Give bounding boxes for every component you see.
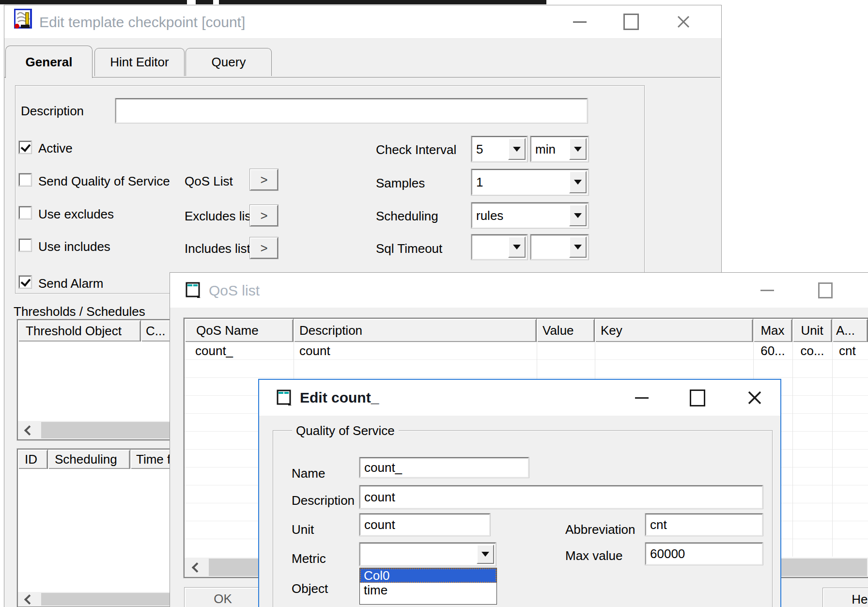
chevron-down-icon [574, 147, 582, 152]
scroll-left-button[interactable] [185, 558, 207, 577]
qos-col-description[interactable]: Description [294, 319, 537, 342]
send-qos-label: Send Quality of Service [38, 174, 170, 189]
metric-combobox[interactable] [359, 543, 496, 566]
metric-option-col0[interactable]: Col0 [360, 568, 496, 583]
tab-query[interactable]: Query [186, 48, 272, 76]
qos-help-button[interactable]: Help [823, 588, 868, 607]
metric-label: Metric [292, 551, 326, 566]
close-button[interactable] [665, 5, 702, 38]
threshold-table-hscrollbar[interactable] [18, 421, 176, 439]
edit-minimize-button[interactable] [620, 380, 664, 416]
edit-count-titlebar[interactable]: Edit count_ [259, 380, 780, 416]
edit-close-button[interactable] [731, 380, 777, 416]
excludes-list-button-label: > [260, 208, 267, 223]
samples-combobox[interactable]: 1 [471, 169, 589, 195]
description-label: Description [21, 104, 84, 119]
excludes-list-button[interactable]: > [250, 205, 278, 226]
qos-minimize-button[interactable] [749, 273, 785, 308]
use-excludes-checkbox[interactable] [19, 206, 31, 219]
qos-list-button[interactable]: > [250, 169, 278, 190]
chevron-down-icon [574, 245, 582, 249]
excludes-list-label: Excludes list [185, 209, 255, 224]
check-interval-unit-dropdown-button[interactable] [569, 138, 587, 160]
tab-panel-border-gap [6, 76, 92, 78]
main-titlebar[interactable]: Edit template checkpoint [count] [4, 5, 721, 39]
app-icon [14, 9, 33, 33]
maximize-icon [690, 389, 705, 406]
metric-dropdown-list: Col0 time [359, 568, 497, 605]
name-input[interactable] [360, 458, 528, 477]
qos-col-abbr[interactable]: A... [832, 319, 868, 342]
qos-window-icon [186, 282, 202, 303]
minimize-icon [760, 290, 774, 291]
qos-window-title: QoS list [209, 282, 260, 299]
sql-timeout-unit-combobox[interactable] [530, 234, 589, 260]
includes-list-button[interactable]: > [250, 237, 278, 259]
metric-option-time[interactable]: time [360, 583, 496, 597]
sql-timeout-dropdown-button[interactable] [508, 236, 526, 258]
qos-maximize-button[interactable] [807, 273, 843, 308]
description-input[interactable] [116, 99, 587, 122]
qos-col-value[interactable]: Value [537, 319, 595, 342]
check-interval-dropdown-button[interactable] [508, 138, 526, 160]
qos-ok-button-label: OK [214, 591, 232, 607]
threshold-table: Threshold Object C... [17, 319, 177, 440]
metric-dropdown-button[interactable] [477, 545, 494, 564]
active-checkbox[interactable] [19, 141, 31, 154]
send-qos-checkbox[interactable] [19, 173, 31, 186]
unit-label: Unit [292, 522, 314, 537]
sql-timeout-combobox[interactable] [471, 234, 527, 260]
qos-col-name[interactable]: QoS Name [185, 319, 294, 342]
scroll-left-button[interactable] [18, 592, 38, 607]
abbreviation-input[interactable] [646, 514, 762, 535]
minimize-button[interactable] [561, 5, 598, 38]
check-interval-value: 5 [476, 141, 483, 156]
scheduling-combobox[interactable]: rules [471, 202, 589, 228]
qos-col-key[interactable]: Key [595, 319, 753, 342]
background-window-edge-gap [213, 0, 219, 4]
chevron-down-icon [574, 213, 582, 218]
edit-maximize-button[interactable] [676, 380, 719, 416]
close-icon [747, 390, 762, 405]
main-window-title: Edit template checkpoint [count] [39, 14, 245, 31]
sql-timeout-unit-dropdown-button[interactable] [569, 236, 587, 258]
scheduling-value: rules [476, 208, 503, 223]
close-icon [677, 15, 690, 29]
unit-input[interactable] [360, 514, 489, 535]
tab-general-label: General [26, 55, 73, 70]
qos-col-unit[interactable]: Unit [792, 319, 832, 342]
send-alarm-checkbox[interactable] [19, 276, 31, 288]
qos-ok-button[interactable]: OK [185, 588, 261, 607]
schedule-table-header-id[interactable]: ID [18, 450, 48, 469]
tab-hint-editor[interactable]: Hint Editor [94, 48, 185, 76]
chevron-down-icon [481, 552, 489, 557]
max-value-input[interactable] [646, 544, 762, 564]
qos-list-button-label: > [260, 172, 267, 187]
samples-dropdown-button[interactable] [569, 171, 587, 193]
send-alarm-label: Send Alarm [38, 276, 103, 291]
tab-general[interactable]: General [5, 46, 93, 78]
threshold-table-header-object[interactable]: Threshold Object [18, 320, 141, 342]
max-value-label: Max value [565, 548, 623, 563]
schedule-table-header-scheduling[interactable]: Scheduling [48, 450, 130, 469]
scrollbar-thumb[interactable] [41, 593, 175, 606]
qos-col-max[interactable]: Max [753, 319, 792, 342]
qos-table-row[interactable]: count_ count 60... co... cnt [185, 342, 868, 359]
edit-description-input[interactable] [360, 486, 762, 508]
schedule-table-header-time[interactable]: Time f [130, 450, 176, 469]
schedule-table-hscrollbar[interactable] [18, 592, 176, 607]
use-includes-checkbox[interactable] [19, 239, 31, 251]
qos-row-name: count_ [185, 343, 294, 358]
scheduling-dropdown-button[interactable] [569, 204, 587, 226]
use-excludes-label: Use excludes [38, 207, 114, 222]
check-interval-combobox[interactable]: 5 [471, 136, 527, 162]
maximize-button[interactable] [613, 5, 650, 38]
tab-panel-border [4, 77, 720, 78]
sql-timeout-label: Sql Timeout [376, 241, 442, 256]
check-interval-unit-combobox[interactable]: min [530, 136, 589, 162]
description-field-frame [115, 98, 588, 123]
scroll-left-button[interactable] [18, 421, 38, 439]
qos-titlebar[interactable]: QoS list [170, 273, 868, 308]
scrollbar-thumb[interactable] [41, 422, 175, 438]
check-interval-unit-value: min [535, 141, 556, 156]
